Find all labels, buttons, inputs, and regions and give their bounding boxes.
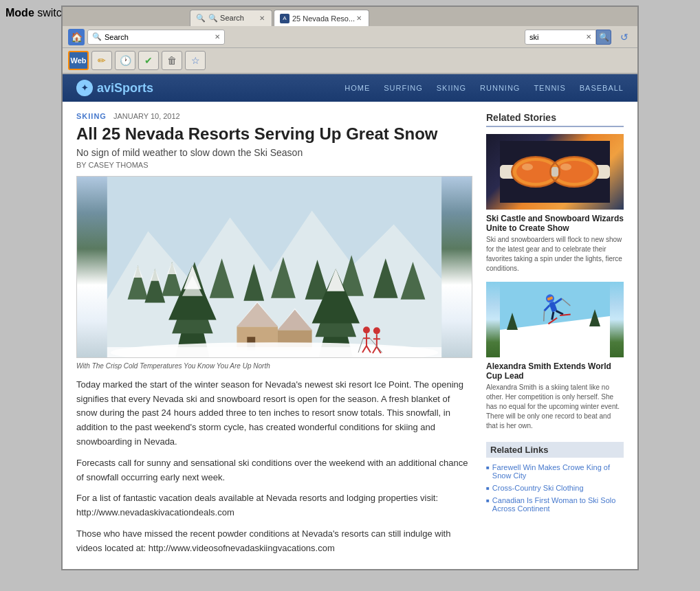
trash-button[interactable]: 🗑	[162, 51, 182, 70]
story-1-title: Ski Castle and Snowboard Wizards Unite t…	[486, 214, 624, 233]
article-caption: With The Crisp Cold Temperatures You Kno…	[76, 362, 472, 370]
logo-icon: ✦	[76, 80, 93, 96]
browser-content: ✦ aviSports HOME SURFING SKIING RUNNING …	[63, 74, 637, 569]
site-header: ✦ aviSports HOME SURFING SKIING RUNNING …	[63, 74, 637, 102]
story-2-title: Alexandra Smith Extends World Cup Lead	[486, 361, 624, 381]
article-sidebar: Related Stories	[486, 112, 624, 563]
related-stories-section: Related Stories	[486, 112, 624, 431]
tab-bar: 🔍 🔍 Search ✕ A 25 Nevada Reso... ✕	[63, 7, 637, 26]
related-link-1[interactable]: Farewell Win Makes Crowe King of Snow Ci…	[486, 463, 624, 480]
article-paragraph-1: Today marked the start of the winter sea…	[76, 378, 472, 449]
web-mode-button[interactable]: Web	[68, 51, 89, 70]
page-tab-label: 25 Nevada Reso...	[292, 14, 355, 23]
ski-search-field[interactable]: ✕	[525, 30, 596, 45]
svg-point-39	[373, 327, 380, 334]
article-header-row: SKIING JANUARY 10, 2012	[76, 112, 472, 120]
refresh-button[interactable]: ↺	[617, 30, 632, 45]
sidebar-story-2[interactable]: Alexandra Smith Extends World Cup Lead A…	[486, 282, 624, 431]
related-link-2[interactable]: Cross-Country Ski Clothing	[486, 484, 624, 492]
address-bar-right: ✕ 🔍 ↺	[525, 30, 632, 45]
search-tab-close[interactable]: ✕	[258, 14, 266, 23]
article-category: SKIING	[76, 112, 107, 120]
web-button-label: Web	[70, 56, 86, 65]
article-paragraph-4: Those who have missed the recent powder …	[76, 527, 472, 556]
ski-search-container: ✕ 🔍	[525, 30, 611, 45]
svg-rect-33	[107, 347, 441, 357]
pencil-button[interactable]: ✏	[91, 51, 112, 70]
svg-point-34	[363, 326, 370, 333]
page-tab[interactable]: A 25 Nevada Reso... ✕	[274, 10, 369, 26]
related-links-section: Related Links Farewell Win Makes Crowe K…	[486, 442, 624, 513]
svg-point-50	[516, 161, 555, 183]
check-button[interactable]: ✔	[138, 51, 159, 70]
article-title: All 25 Nevada Resorts Serving Up Great S…	[76, 124, 472, 144]
page-tab-favicon: A	[280, 14, 289, 23]
article-image	[76, 176, 472, 358]
search-bar[interactable]: 🔍 ✕	[87, 30, 225, 45]
nav-baseball[interactable]: BASEBALL	[580, 84, 624, 92]
svg-point-53	[555, 161, 593, 183]
article-main: SKIING JANUARY 10, 2012 All 25 Nevada Re…	[76, 112, 472, 563]
star-icon: ☆	[191, 55, 200, 66]
related-stories-title: Related Stories	[486, 112, 624, 127]
site-logo-text: aviSports	[97, 81, 153, 96]
article-subtitle: No sign of mild weather to slow down the…	[76, 147, 472, 158]
nav-surfing[interactable]: SURFING	[384, 84, 423, 92]
story-2-image	[486, 282, 624, 357]
svg-point-55	[522, 164, 533, 170]
goggles-svg	[500, 141, 610, 203]
svg-point-56	[560, 164, 571, 170]
article-image-wrapper	[76, 176, 472, 358]
svg-rect-54	[551, 167, 558, 177]
story-2-text: Alexandra Smith is a skiing talent like …	[486, 383, 624, 431]
article-paragraph-3: For a list of fantastic vacation deals a…	[76, 491, 472, 520]
star-button[interactable]: ☆	[185, 51, 206, 70]
search-tab[interactable]: 🔍 🔍 Search ✕	[190, 10, 272, 26]
story-1-image	[486, 134, 624, 210]
address-search-input[interactable]	[529, 33, 584, 41]
article-date: JANUARY 10, 2012	[113, 112, 180, 120]
toolbar: Web ✏ 🕐 ✔ 🗑 ☆	[63, 48, 637, 74]
mode-switch-label: Mode switch	[6, 7, 68, 19]
page-tab-close[interactable]: ✕	[355, 14, 363, 23]
skier-svg	[500, 282, 610, 357]
article-image-svg	[77, 177, 472, 357]
site-nav: HOME SURFING SKIING RUNNING TENNIS BASEB…	[344, 84, 624, 92]
article-byline: BY CASEY THOMAS	[76, 161, 472, 169]
article-paragraph-2: Forecasts call for sunny and sensational…	[76, 456, 472, 485]
history-icon: 🕐	[120, 55, 131, 66]
home-button[interactable]: 🏠	[68, 29, 85, 45]
nav-bar: 🏠 🔍 ✕ ✕ 🔍 ↺	[63, 26, 637, 48]
site-logo: ✦ aviSports	[76, 80, 153, 96]
search-button-icon: 🔍	[599, 32, 609, 42]
search-bar-icon: 🔍	[92, 32, 102, 41]
history-button[interactable]: 🕐	[115, 51, 135, 70]
article-body: Today marked the start of the winter sea…	[76, 378, 472, 556]
trash-icon: 🗑	[167, 55, 177, 66]
nav-skiing[interactable]: SKIING	[437, 84, 466, 92]
related-link-3[interactable]: Canadian Is First Woman to Ski Solo Acro…	[486, 496, 624, 513]
related-links-title: Related Links	[486, 442, 624, 458]
search-tab-label: 🔍 Search	[208, 14, 244, 23]
check-icon: ✔	[144, 55, 153, 66]
pencil-icon: ✏	[98, 55, 106, 66]
address-clear-icon[interactable]: ✕	[586, 33, 591, 41]
story-1-text: Ski and snowboarders will flock to new s…	[486, 235, 624, 274]
address-search-button[interactable]: 🔍	[596, 30, 611, 45]
nav-home[interactable]: HOME	[344, 84, 370, 92]
search-input[interactable]	[105, 33, 212, 41]
nav-running[interactable]: RUNNING	[480, 84, 520, 92]
browser-window: 🔍 🔍 Search ✕ A 25 Nevada Reso... ✕ 🏠 🔍 ✕	[61, 5, 639, 570]
sidebar-story-1[interactable]: Ski Castle and Snowboard Wizards Unite t…	[486, 134, 624, 274]
search-clear-button[interactable]: ✕	[215, 33, 220, 41]
article-layout: SKIING JANUARY 10, 2012 All 25 Nevada Re…	[63, 102, 637, 569]
nav-tennis[interactable]: TENNIS	[534, 84, 565, 92]
search-icon: 🔍	[196, 14, 206, 23]
refresh-icon: ↺	[620, 32, 628, 43]
